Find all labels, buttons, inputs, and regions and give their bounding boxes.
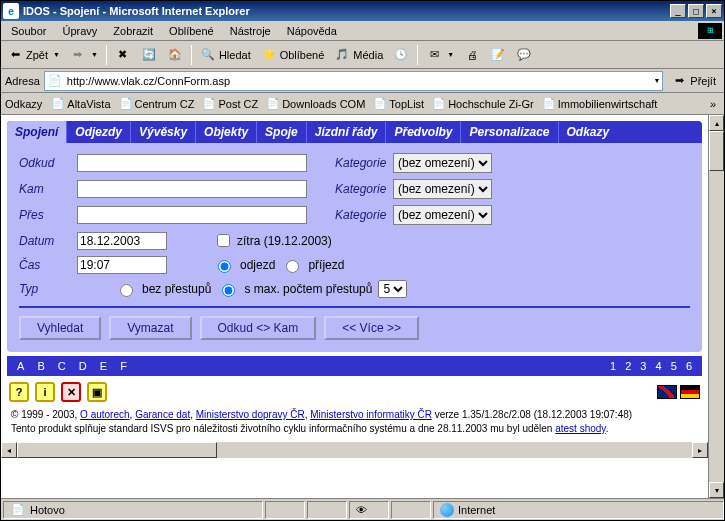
link-atest[interactable]: atest shody [555,423,605,434]
refresh-button[interactable]: 🔄 [137,45,161,65]
letter-c[interactable]: C [58,360,66,372]
vyhledat-button[interactable]: Vyhledat [19,316,101,340]
link-autorech[interactable]: O autorech [80,409,129,420]
link-hochschule[interactable]: 📄Hochschule Zi-Gr [429,95,537,113]
kam-input[interactable] [77,180,307,198]
link-min-inf[interactable]: Ministerstvo informatiky ČR [310,409,432,420]
menu-upravy[interactable]: Úpravy [54,23,105,39]
bez-prestupu-radio[interactable] [120,284,133,297]
tab-objekty[interactable]: Objekty [195,121,256,143]
back-label: Zpět [26,49,48,61]
tab-personalizace[interactable]: Personalizace [460,121,557,143]
scroll-right-button[interactable]: ▸ [692,442,708,458]
letter-b[interactable]: B [37,360,44,372]
kategorie-select-1[interactable]: (bez omezení) [393,153,492,173]
search-button[interactable]: 🔍Hledat [196,45,255,65]
zitra-checkbox[interactable] [217,234,230,247]
page-icon: 📄 [266,97,280,111]
letter-e[interactable]: E [100,360,107,372]
favorites-button[interactable]: ⭐Oblíbené [257,45,329,65]
link-toplist[interactable]: 📄TopList [370,95,427,113]
page-icon: 📄 [202,97,216,111]
datum-input[interactable] [77,232,167,250]
num-4[interactable]: 4 [656,360,662,372]
kategorie-select-3[interactable]: (bez omezení) [393,205,492,225]
content-viewport: Spojení Odjezdy Vývěsky Objekty Spoje Jí… [1,115,708,498]
scroll-up-button[interactable]: ▴ [709,115,724,131]
tab-jizdni-rady[interactable]: Jízdní řády [306,121,386,143]
menu-nastroje[interactable]: Nástroje [222,23,279,39]
bookmark-icon[interactable]: ▣ [87,382,107,402]
num-6[interactable]: 6 [686,360,692,372]
h-scroll-thumb[interactable] [17,442,217,458]
prijezd-radio[interactable] [286,260,299,273]
num-2[interactable]: 2 [625,360,631,372]
max-prestupu-radio[interactable] [222,284,235,297]
media-button[interactable]: 🎵Média [330,45,387,65]
link-centrum[interactable]: 📄Centrum CZ [116,95,198,113]
link-altavista[interactable]: 📄AltaVista [48,95,113,113]
flag-de-icon[interactable] [680,385,700,399]
link-post[interactable]: 📄Post CZ [199,95,261,113]
menu-napoveda[interactable]: Nápověda [279,23,345,39]
vice-button[interactable]: << Více >> [324,316,419,340]
ie-icon: e [3,3,19,19]
odkud-kam-button[interactable]: Odkud <> Kam [200,316,317,340]
address-input-wrap[interactable]: 📄 http://www.vlak.cz/ConnForm.asp ▼ [44,71,663,91]
maximize-button[interactable]: □ [688,4,704,18]
tab-odjezdy[interactable]: Odjezdy [66,121,130,143]
num-5[interactable]: 5 [671,360,677,372]
tab-odkazy[interactable]: Odkazy [558,121,618,143]
mail-button[interactable]: ✉▼ [422,45,458,65]
scroll-down-button[interactable]: ▾ [709,482,724,498]
link-garance[interactable]: Garance dat [135,409,190,420]
discuss-button[interactable]: 💬 [512,45,536,65]
kategorie-select-2[interactable]: (bez omezení) [393,179,492,199]
link-min-dopravy[interactable]: Ministerstvo dopravy ČR [196,409,305,420]
letter-a[interactable]: A [17,360,24,372]
num-3[interactable]: 3 [640,360,646,372]
letter-d[interactable]: D [79,360,87,372]
forward-button[interactable]: ➡▼ [66,45,102,65]
link-immobilien[interactable]: 📄Immobilienwirtschaft [539,95,661,113]
vertical-scrollbar[interactable]: ▴ ▾ [708,115,724,498]
links-overflow[interactable]: » [706,98,720,110]
edit-icon: 📝 [490,47,506,63]
close-button[interactable]: × [706,4,722,18]
menu-oblibene[interactable]: Oblíbené [161,23,222,39]
scroll-left-button[interactable]: ◂ [1,442,17,458]
num-1[interactable]: 1 [610,360,616,372]
tab-vyvesky[interactable]: Vývěsky [130,121,195,143]
print-button[interactable]: 🖨 [460,45,484,65]
address-dropdown-icon[interactable]: ▼ [653,77,660,84]
kategorie-label-1: Kategorie [335,156,385,170]
history-button[interactable]: 🕓 [389,45,413,65]
help-icon[interactable]: ? [9,382,29,402]
minimize-button[interactable]: _ [670,4,686,18]
v-scroll-thumb[interactable] [709,131,724,171]
cas-input[interactable] [77,256,167,274]
max-prestupu-select[interactable]: 5 [378,280,407,298]
odjezd-radio[interactable] [218,260,231,273]
letter-f[interactable]: F [120,360,127,372]
globe-icon [440,503,454,517]
link-downloads[interactable]: 📄Downloads COM [263,95,368,113]
odkud-input[interactable] [77,154,307,172]
menu-soubor[interactable]: Soubor [3,23,54,39]
stop-button[interactable]: ✖ [111,45,135,65]
horizontal-scrollbar[interactable]: ◂ ▸ [1,442,708,458]
menu-zobrazit[interactable]: Zobrazit [105,23,161,39]
tab-predvolby[interactable]: Předvolby [385,121,460,143]
go-button[interactable]: ➡Přejít [667,71,720,91]
home-button[interactable]: 🏠 [163,45,187,65]
info-icon[interactable]: i [35,382,55,402]
tab-spojeni[interactable]: Spojení [7,121,66,143]
vymazat-button[interactable]: Vymazat [109,316,191,340]
tab-spoje[interactable]: Spoje [256,121,306,143]
warning-icon[interactable]: ✕ [61,382,81,402]
edit-button[interactable]: 📝 [486,45,510,65]
flag-uk-icon[interactable] [657,385,677,399]
status-blank-3 [391,501,431,519]
back-button[interactable]: ⬅Zpět▼ [3,45,64,65]
pres-input[interactable] [77,206,307,224]
